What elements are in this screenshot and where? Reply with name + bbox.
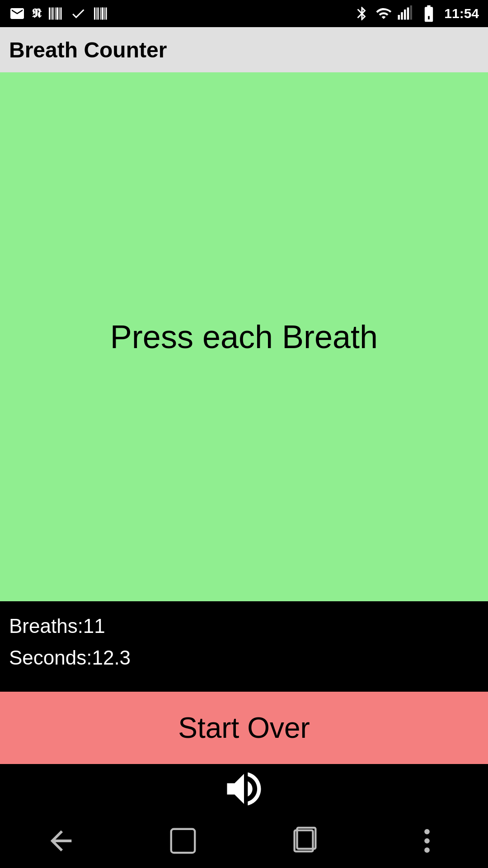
barcode2-icon xyxy=(93,5,109,22)
sound-bar[interactable] xyxy=(0,764,488,814)
press-each-breath-text: Press each Breath xyxy=(92,300,396,373)
bluetooth-icon xyxy=(354,5,370,22)
app-bar: Breath Counter xyxy=(0,27,488,72)
svg-rect-11 xyxy=(102,8,104,20)
svg-rect-18 xyxy=(410,5,413,20)
svg-rect-2 xyxy=(52,8,54,20)
status-bar: 𝕹 11:54 xyxy=(0,0,488,27)
barcode1-icon xyxy=(47,5,64,22)
svg-rect-16 xyxy=(404,9,406,20)
recents-button[interactable] xyxy=(289,825,321,857)
nyt-icon: 𝕹 xyxy=(32,6,41,21)
svg-rect-9 xyxy=(98,8,99,20)
svg-rect-7 xyxy=(94,8,95,20)
breaths-stat: Breaths:11 xyxy=(9,615,479,637)
overflow-menu-button[interactable] xyxy=(411,825,443,857)
app-title: Breath Counter xyxy=(9,38,167,62)
svg-rect-3 xyxy=(55,8,56,20)
status-left-icons: 𝕹 xyxy=(9,5,109,22)
start-over-button[interactable]: Start Over xyxy=(0,692,488,764)
volume-icon xyxy=(221,766,267,811)
svg-rect-19 xyxy=(171,829,195,853)
home-button[interactable] xyxy=(167,825,199,857)
svg-rect-10 xyxy=(100,8,101,20)
breath-area[interactable]: Press each Breath xyxy=(0,72,488,601)
svg-rect-12 xyxy=(104,8,105,20)
status-time: 11:54 xyxy=(444,6,479,21)
nav-bar xyxy=(0,814,488,868)
svg-rect-4 xyxy=(56,8,59,20)
svg-rect-6 xyxy=(61,8,62,20)
svg-rect-13 xyxy=(106,8,107,20)
gmail-icon xyxy=(9,5,25,22)
svg-point-23 xyxy=(424,838,430,844)
signal-icon xyxy=(397,5,413,22)
svg-rect-17 xyxy=(407,8,409,20)
seconds-stat: Seconds:12.3 xyxy=(9,646,479,669)
battery-icon xyxy=(419,4,439,24)
status-right-icons: 11:54 xyxy=(354,4,479,24)
svg-rect-8 xyxy=(96,8,97,20)
start-over-label: Start Over xyxy=(178,711,310,745)
svg-rect-15 xyxy=(401,12,404,20)
svg-rect-14 xyxy=(398,15,400,20)
svg-rect-5 xyxy=(59,8,60,20)
back-button[interactable] xyxy=(45,825,77,857)
svg-point-24 xyxy=(424,848,430,853)
wifi-icon xyxy=(375,5,392,22)
svg-point-22 xyxy=(424,829,430,835)
svg-rect-0 xyxy=(49,8,50,20)
stats-area: Breaths:11 Seconds:12.3 xyxy=(0,601,488,692)
svg-rect-1 xyxy=(51,8,52,20)
tasks-icon xyxy=(70,5,86,22)
